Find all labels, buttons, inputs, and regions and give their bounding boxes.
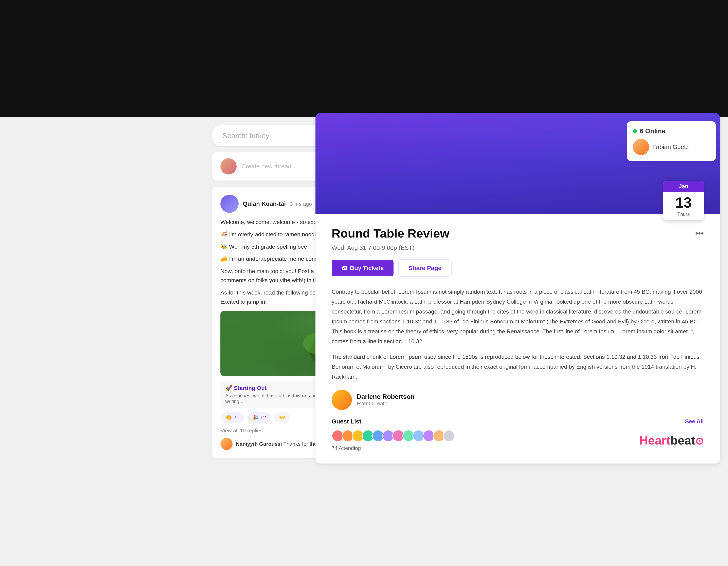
guest-avatar-12 <box>443 430 455 442</box>
dark-top-area <box>0 0 728 117</box>
reaction-clap[interactable]: 👏 21 <box>220 412 244 423</box>
thread-author-avatar <box>220 195 239 213</box>
thread-time: 3 hrs ago <box>290 201 312 207</box>
share-page-button[interactable]: Share Page <box>398 260 452 277</box>
creator-avatar <box>332 390 352 410</box>
online-user-row[interactable]: Fabian Goetz <box>633 139 710 155</box>
creator-name: Darlene Robertson <box>357 393 415 400</box>
event-detail-panel: Jan 13 Thurs Round Table Review ••• Wed,… <box>315 113 720 463</box>
online-green-dot <box>633 129 637 133</box>
thread-author-name: Quian Kuan-tai <box>243 200 286 207</box>
see-all-link[interactable]: See All <box>685 418 704 425</box>
event-title: Round Table Review <box>332 227 449 240</box>
event-desc-p2: The standard chunk of Lorem Ipsum used s… <box>332 352 704 382</box>
creator-role: Event Creator <box>357 400 415 407</box>
online-user-avatar <box>633 139 649 155</box>
buy-tickets-label: Buy Tickets <box>350 265 384 272</box>
party-count: 12 <box>260 414 266 421</box>
event-desc-p1: Contrary to popular belief, Lorem Ipsum … <box>332 287 704 346</box>
heartbeat-heart-text: Heart <box>639 434 670 447</box>
event-body: Round Table Review ••• Wed, Aug 31 7:00-… <box>315 214 720 463</box>
creator-section: Darlene Robertson Event Creator <box>332 390 704 410</box>
heartbeat-rest-text: beat <box>670 434 695 447</box>
online-user-name: Fabian Goetz <box>652 144 689 150</box>
clap-count: 21 <box>233 414 239 421</box>
wave-emoji: 👐 <box>279 414 286 421</box>
party-emoji: 🎉 <box>252 414 259 421</box>
cal-month: Jan <box>663 181 704 192</box>
cal-weekday: Thurs <box>663 212 704 220</box>
reaction-wave[interactable]: 👐 <box>274 412 290 423</box>
calendar-badge: Jan 13 Thurs <box>663 181 704 220</box>
share-page-label: Share Page <box>408 265 441 271</box>
online-indicator: 6 Online <box>633 127 710 135</box>
reply-author-name: Naniyyih Garoussi <box>236 441 282 447</box>
cal-day: 13 <box>663 192 704 212</box>
event-description: Contrary to popular belief, Lorem Ipsum … <box>332 287 704 382</box>
event-actions: 🎟 Buy Tickets Share Page <box>332 260 704 277</box>
online-user-dot <box>645 151 648 154</box>
heartbeat-logo: Heartbeat⊙ <box>639 433 704 447</box>
reply-author-avatar <box>220 438 233 450</box>
clap-emoji: 👏 <box>225 414 232 421</box>
creator-info: Darlene Robertson Event Creator <box>357 393 415 407</box>
event-datetime: Wed, Aug 31 7:00-9:00p (EST) <box>332 245 704 251</box>
create-thread-placeholder[interactable]: Create new thread... <box>241 163 296 170</box>
buy-tickets-button[interactable]: 🎟 Buy Tickets <box>332 260 394 276</box>
event-more-icon[interactable]: ••• <box>695 229 704 238</box>
guest-section-header: Guest List See All <box>332 418 704 425</box>
current-user-avatar <box>220 158 237 175</box>
online-count-text: 6 Online <box>640 127 665 135</box>
heartbeat-icon: ⊙ <box>695 435 704 447</box>
online-panel: 6 Online Fabian Goetz <box>627 121 716 161</box>
reaction-party[interactable]: 🎉 12 <box>247 412 271 423</box>
guest-list-title: Guest List <box>332 418 361 425</box>
ticket-icon: 🎟 <box>341 265 347 272</box>
event-title-row: Round Table Review ••• <box>332 227 704 240</box>
